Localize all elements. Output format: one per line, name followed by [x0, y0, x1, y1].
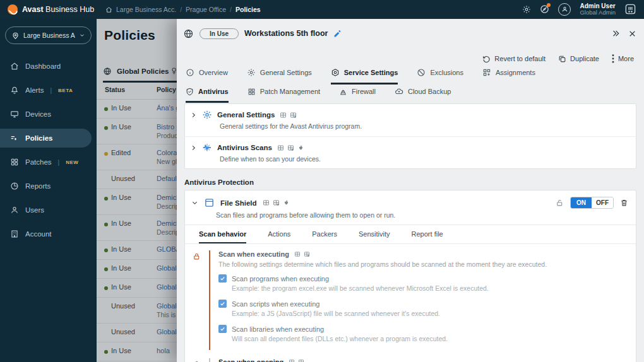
subtab-label: Cloud Backup: [408, 88, 451, 95]
beta-badge: BETA: [58, 88, 73, 93]
sidebar-item-policies[interactable]: Policies: [0, 129, 92, 148]
subtab-antivirus[interactable]: Antivirus: [186, 87, 229, 103]
status-dot: [104, 197, 108, 201]
option-label[interactable]: Scan programs when executing: [232, 275, 329, 283]
panel-header: In Use Workstations 5th floor: [183, 25, 638, 42]
file-shield-icon: [204, 197, 215, 208]
sidebar-item-account[interactable]: Account: [0, 225, 97, 243]
platform-icons: [280, 112, 297, 119]
platform-icons: [294, 251, 310, 257]
tab-global-policies[interactable]: Global Policies: [103, 67, 169, 76]
file-shield-tabs: Scan behavior Actions Packers Sensitivit…: [185, 225, 636, 243]
sidebar-item-reports[interactable]: Reports: [0, 177, 97, 196]
lock-closed-icon[interactable]: [193, 250, 209, 350]
option-label[interactable]: Scan scripts when executing: [232, 300, 319, 308]
brand[interactable]: Avast Business Hub: [0, 4, 97, 15]
sidebar-item-label: Dashboard: [25, 62, 61, 70]
sidebar-item-devices[interactable]: Devices: [0, 105, 97, 124]
app-screen: Avast Business Hub Large Business Acc. /…: [0, 0, 644, 362]
section-general-settings[interactable]: General Settings General settings for th…: [185, 104, 636, 136]
group-scan-when-executing: Scan when executing The following settin…: [193, 250, 626, 350]
subtab-firewall[interactable]: Firewall: [339, 87, 376, 103]
option-description: Example: a JS (JavaScript) file will be …: [232, 310, 626, 317]
sidebar-item-alerts[interactable]: Alerts | BETA: [0, 81, 97, 100]
company-switcher-icon[interactable]: [624, 3, 636, 15]
tab-scan-behavior[interactable]: Scan behavior: [199, 230, 246, 243]
scan-behavior-content: Scan when executing The following settin…: [185, 244, 636, 362]
sidebar-item-dashboard[interactable]: Dashboard: [0, 57, 97, 76]
option-scan-programs: Scan programs when executing Example: th…: [218, 274, 626, 292]
windows-icon: [280, 112, 287, 119]
global-policy-globe-icon: [183, 28, 194, 39]
account-selector[interactable]: Large Business Acc.: [5, 26, 92, 44]
tab-actions[interactable]: Actions: [268, 230, 290, 243]
row-status: In Use: [111, 104, 131, 112]
status-dot: [104, 350, 108, 354]
tab-sensitivity[interactable]: Sensitivity: [359, 230, 390, 243]
chevron-right-icon[interactable]: [190, 144, 197, 151]
platform-icons: [263, 199, 290, 206]
sidebar-item-patches[interactable]: Patches | NEW: [0, 153, 97, 172]
breadcrumb-separator: /: [230, 6, 232, 13]
breadcrumb-item[interactable]: Large Business Acc.: [116, 6, 176, 13]
policy-link[interactable]: hola: [157, 347, 170, 354]
tab-report-file[interactable]: Report file: [412, 230, 443, 243]
general-settings-gear-icon: [202, 110, 212, 120]
collapse-panel-icon[interactable]: [610, 28, 621, 39]
sidebar-item-users[interactable]: Users: [0, 201, 97, 219]
tab-overview[interactable]: Overview: [186, 68, 228, 85]
user-icon: [10, 206, 19, 214]
chevron-right-icon[interactable]: [190, 112, 197, 119]
policy-title: Workstations 5th floor: [244, 29, 328, 38]
chevron-down-icon[interactable]: [191, 199, 198, 206]
trash-icon[interactable]: [620, 199, 628, 207]
windows-server-icon: [304, 251, 310, 257]
checkbox-checked[interactable]: [218, 274, 227, 283]
explore-compass-icon[interactable]: [540, 4, 549, 14]
edit-pencil-icon[interactable]: [333, 30, 342, 38]
tab-exclusions[interactable]: Exclusions: [417, 68, 463, 85]
toggle-off[interactable]: OFF: [592, 197, 613, 208]
lock-open-icon[interactable]: [556, 199, 564, 207]
tab-assignments[interactable]: Assignments: [482, 68, 535, 85]
active-tab-underline: [103, 81, 180, 83]
avast-logo-icon: [8, 4, 18, 15]
pie-chart-icon: [10, 182, 19, 190]
policies-list-icon: [10, 134, 19, 143]
windows-server-icon: [273, 199, 280, 206]
brand-rest: Business Hub: [44, 5, 95, 14]
duplicate-label: Duplicate: [570, 55, 599, 62]
bell-icon: [10, 86, 19, 95]
subtab-patch-management[interactable]: Patch Management: [247, 87, 320, 103]
home-icon[interactable]: [105, 6, 112, 13]
service-subtabs: Antivirus Patch Management Firewall Clou…: [186, 87, 644, 103]
more-button[interactable]: More: [612, 54, 634, 63]
settings-gear-icon[interactable]: [522, 5, 531, 14]
brand-bold: Avast: [22, 5, 44, 14]
row-status: Unused: [111, 328, 135, 336]
option-label[interactable]: Scan libraries when executing: [232, 325, 324, 333]
breadcrumb-item[interactable]: Prague Office: [186, 6, 226, 13]
tab-general-settings[interactable]: General Settings: [247, 68, 312, 85]
section-title: Antivirus Scans: [217, 144, 272, 151]
row-status: In Use: [111, 194, 131, 201]
file-shield-header: File Shield ON OFF: [185, 190, 636, 209]
checkbox-checked[interactable]: [218, 300, 227, 308]
avatar[interactable]: [558, 3, 571, 16]
close-icon[interactable]: [627, 28, 638, 39]
subtab-label: Antivirus: [198, 88, 229, 95]
breadcrumb: Large Business Acc. / Prague Office / Po…: [105, 6, 261, 13]
subtab-cloud-backup[interactable]: Cloud Backup: [395, 87, 451, 103]
row-status: In Use: [111, 245, 131, 253]
user-menu[interactable]: Admin User Global Admin: [580, 3, 616, 16]
patch-grid-icon: [247, 88, 256, 96]
section-antivirus-scans[interactable]: Antivirus Scans Define when to scan your…: [185, 136, 636, 168]
tab-service-settings[interactable]: Service Settings: [331, 68, 398, 85]
checkbox-checked[interactable]: [218, 325, 227, 333]
section-description: General settings for the Avast Antivirus…: [220, 122, 628, 130]
duplicate-button[interactable]: Duplicate: [558, 55, 599, 63]
lock-open-icon[interactable]: [193, 358, 209, 362]
revert-to-default-button[interactable]: Revert to default: [482, 55, 546, 63]
toggle-on[interactable]: ON: [571, 197, 592, 208]
tab-packers[interactable]: Packers: [312, 230, 337, 243]
